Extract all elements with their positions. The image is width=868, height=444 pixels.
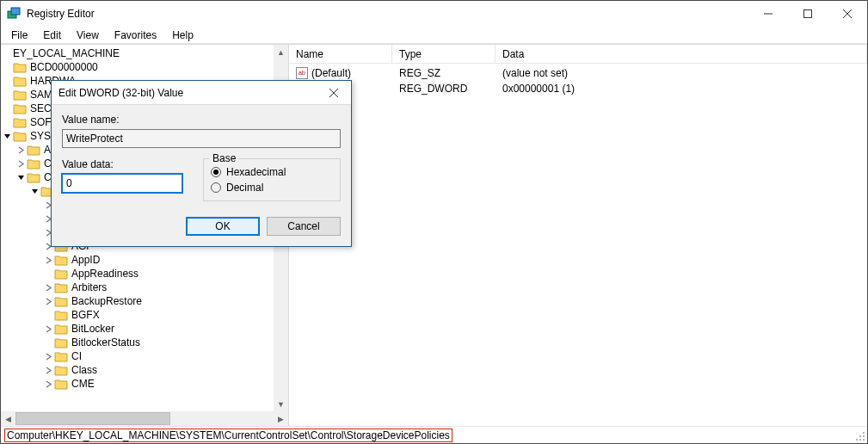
statusbar-path: Computer\HKEY_LOCAL_MACHINE\SYSTEM\Curre… [4, 429, 452, 442]
tree-item[interactable]: EY_LOCAL_MACHINE [1, 46, 274, 60]
folder-icon [54, 323, 68, 335]
chevron-right-icon[interactable] [15, 160, 27, 168]
folder-icon [13, 89, 27, 101]
chevron-right-icon[interactable] [42, 256, 54, 264]
value-data-input[interactable] [62, 174, 182, 193]
svg-rect-1 [11, 8, 20, 15]
tree-item[interactable]: BGFX [1, 308, 274, 322]
tree-item[interactable]: Class [1, 363, 274, 377]
statusbar: Computer\HKEY_LOCAL_MACHINE\SYSTEM\Curre… [1, 426, 867, 443]
chevron-down-icon[interactable] [15, 174, 27, 182]
scroll-up-icon[interactable]: ▲ [274, 45, 288, 59]
folder-icon [54, 254, 68, 266]
registry-editor-window: Registry Editor File Edit View Favorites… [0, 0, 868, 444]
svg-rect-3 [804, 10, 812, 18]
tree-item-label: Class [71, 364, 97, 376]
minimize-button[interactable] [748, 1, 788, 27]
tree-item[interactable]: Arbiters [1, 281, 274, 294]
menu-help[interactable]: Help [165, 28, 200, 43]
svg-point-9 [856, 439, 858, 441]
chevron-right-icon[interactable] [42, 298, 54, 305]
tree-item-label: EY_LOCAL_MACHINE [13, 47, 120, 59]
tree-item[interactable]: CME [1, 377, 274, 391]
base-legend: Base [209, 152, 239, 164]
chevron-down-icon[interactable] [1, 133, 13, 140]
svg-point-7 [859, 439, 861, 441]
folder-icon [27, 144, 40, 156]
chevron-right-icon[interactable] [42, 325, 54, 333]
column-header-name[interactable]: Name [289, 45, 392, 63]
tree-item-label: CI [71, 350, 82, 362]
tree-item[interactable]: AppReadiness [1, 267, 274, 281]
chevron-down-icon[interactable] [28, 188, 40, 195]
folder-icon [54, 364, 68, 376]
scroll-thumb[interactable] [15, 412, 170, 425]
chevron-right-icon[interactable] [42, 367, 54, 374]
tree-item-label: SAM [30, 89, 52, 101]
resize-grip-icon[interactable] [855, 431, 865, 441]
radio-unchecked-icon [211, 182, 221, 193]
folder-icon [13, 130, 27, 142]
scroll-right-icon[interactable]: ▶ [274, 411, 288, 426]
value-data: 0x00000001 (1) [496, 83, 867, 95]
folder-icon [13, 75, 27, 87]
titlebar: Registry Editor [1, 1, 867, 27]
ok-button[interactable]: OK [186, 217, 260, 236]
close-button[interactable] [828, 1, 867, 27]
scroll-left-icon[interactable]: ◀ [1, 411, 15, 426]
base-fieldset: Base Hexadecimal Decimal [203, 158, 341, 201]
tree-horizontal-scrollbar[interactable]: ◀ ▶ [1, 411, 288, 426]
folder-icon [54, 268, 68, 280]
folder-icon [27, 171, 40, 183]
tree-item[interactable]: BCD00000000 [1, 60, 274, 74]
folder-icon [54, 378, 68, 390]
chevron-right-icon[interactable] [42, 284, 54, 292]
value-type: REG_DWORD [392, 83, 496, 95]
svg-point-10 [859, 435, 861, 437]
list-header: Name Type Data [289, 45, 867, 64]
folder-icon [13, 116, 27, 128]
column-header-type[interactable]: Type [392, 45, 496, 63]
tree-item-label: BCD00000000 [30, 61, 98, 73]
dialog-title: Edit DWORD (32-bit) Value [58, 87, 183, 99]
folder-icon [54, 350, 68, 362]
radio-checked-icon [211, 167, 221, 177]
list-row[interactable]: ect REG_DWORD 0x00000001 (1) [289, 81, 867, 96]
value-name-label: Value name: [62, 114, 341, 126]
svg-point-11 [863, 432, 865, 434]
menu-favorites[interactable]: Favorites [108, 28, 163, 43]
tree-item[interactable]: CI [1, 349, 274, 363]
radio-hexadecimal[interactable]: Hexadecimal [211, 166, 333, 178]
menu-edit[interactable]: Edit [36, 28, 68, 43]
dialog-close-button[interactable] [317, 81, 351, 105]
dialog-titlebar[interactable]: Edit DWORD (32-bit) Value [52, 81, 351, 105]
radio-decimal[interactable]: Decimal [211, 182, 333, 194]
tree-item-label: BackupRestore [71, 295, 142, 307]
tree-item[interactable]: BitLocker [1, 322, 274, 336]
tree-item[interactable]: BitlockerStatus [1, 336, 274, 349]
tree-item-label: BitlockerStatus [71, 336, 140, 348]
maximize-button[interactable] [788, 1, 828, 27]
string-value-icon: ab [296, 67, 308, 79]
column-header-data[interactable]: Data [496, 45, 867, 63]
chevron-right-icon[interactable] [15, 146, 27, 154]
folder-icon [54, 295, 68, 307]
scroll-down-icon[interactable]: ▼ [274, 397, 288, 411]
folder-icon [54, 336, 68, 348]
value-list-pane: Name Type Data ab (Default) REG_SZ (valu… [289, 45, 867, 426]
menu-file[interactable]: File [4, 28, 34, 43]
svg-point-8 [863, 435, 865, 437]
tree-item[interactable]: AppID [1, 253, 274, 267]
value-name-input[interactable] [62, 129, 341, 148]
cancel-button[interactable]: Cancel [267, 217, 341, 236]
tree-item-label: Arbiters [71, 281, 107, 293]
menu-view[interactable]: View [70, 28, 106, 43]
tree-item-label: AppReadiness [71, 268, 139, 280]
folder-icon [27, 157, 40, 170]
chevron-right-icon[interactable] [42, 380, 54, 388]
list-row[interactable]: ab (Default) REG_SZ (value not set) [289, 65, 867, 81]
value-type: REG_SZ [392, 67, 496, 79]
chevron-right-icon[interactable] [42, 353, 54, 361]
window-title: Registry Editor [27, 8, 95, 20]
tree-item[interactable]: BackupRestore [1, 294, 274, 308]
